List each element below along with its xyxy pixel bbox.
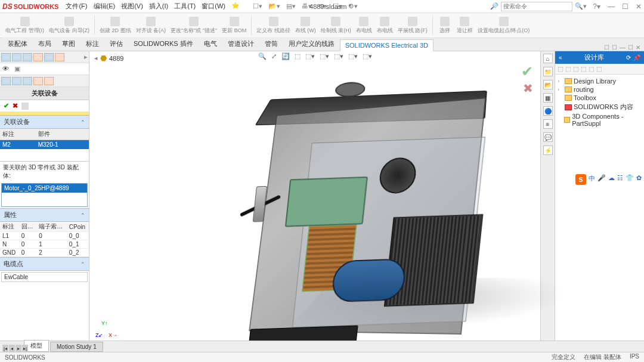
- fm-tab-b4[interactable]: [33, 77, 43, 85]
- collapse-attr-icon[interactable]: ⌃: [80, 212, 85, 218]
- view-triad[interactable]: Y↑ X→ Z↙: [95, 320, 113, 338]
- 3d-viewport[interactable]: ◂ ⬣ 4889 🔍 ⤢ 🔄 ⬚ ⬚▾ ⬚▾ ⬚▾ ⬚▾ ⬚▾ ✔ ✖: [89, 51, 540, 349]
- device-row[interactable]: M2M320-1: [0, 140, 89, 150]
- ribbon-flatten[interactable]: 平展线 路(F): [396, 17, 429, 35]
- ribbon-create-2d[interactable]: 创建 2D 图纸: [98, 17, 133, 35]
- tab-user-route[interactable]: 用户定义的线路: [283, 37, 340, 51]
- selected-parts-list[interactable]: Motor_-_0_25HP@4889: [1, 183, 88, 207]
- menu-insert[interactable]: 插入(I): [149, 2, 168, 11]
- ribbon-wire1[interactable]: 布电线: [354, 17, 374, 35]
- attr-row-1[interactable]: L1000_0: [0, 232, 89, 240]
- menu-edit[interactable]: 编辑(E): [94, 2, 116, 11]
- fm-expand-icon[interactable]: ▸: [84, 53, 88, 61]
- fm-filter-icon[interactable]: ▣: [14, 65, 23, 73]
- tp-file-explorer-icon[interactable]: 📂: [543, 80, 553, 89]
- tp-forum-icon[interactable]: 💬: [543, 132, 553, 142]
- ime-lang[interactable]: 中: [589, 174, 595, 185]
- view-orient-icon[interactable]: ⬚▾: [304, 52, 316, 60]
- fm-tab3[interactable]: [23, 53, 32, 61]
- display-style-icon[interactable]: ⬚▾: [318, 52, 330, 60]
- ime-skin[interactable]: 👕: [626, 174, 634, 185]
- scene-icon[interactable]: ⬚▾: [361, 52, 373, 60]
- attr-h1[interactable]: 标注: [0, 222, 19, 232]
- ime-cloud[interactable]: ☁: [608, 174, 615, 185]
- 3d-model[interactable]: [206, 82, 521, 348]
- design-lib-pin-icon[interactable]: 📌: [633, 54, 640, 61]
- doc-close-icon[interactable]: ✕: [636, 44, 640, 51]
- dl-tool-4[interactable]: ⬚: [581, 66, 586, 72]
- fm-tab-b1[interactable]: [1, 77, 11, 85]
- attr-h2[interactable]: 回…: [19, 222, 36, 232]
- tree-routing[interactable]: ›routing: [558, 85, 642, 94]
- fm-tab2[interactable]: [12, 53, 21, 61]
- fm-tab6[interactable]: [55, 53, 64, 61]
- fm-eye-icon[interactable]: 👁: [2, 65, 11, 73]
- tab-evaluate[interactable]: 评估: [104, 37, 128, 51]
- ribbon-update-bom[interactable]: 更新 BOM: [220, 17, 248, 35]
- tree-3d-components[interactable]: 3D Components - PartSuppl: [558, 112, 642, 128]
- status-units[interactable]: IPS: [630, 353, 639, 361]
- close-icon[interactable]: ✕: [636, 2, 642, 11]
- ribbon-wire2[interactable]: 布电线: [375, 17, 395, 35]
- section-attributes[interactable]: 属性 ⌃: [0, 208, 89, 222]
- maximize-icon[interactable]: ☐: [622, 2, 628, 11]
- ribbon-route[interactable]: 布线 (W): [293, 17, 318, 35]
- fm-tab1[interactable]: [1, 53, 11, 61]
- tab-assembly[interactable]: 装配体: [2, 37, 33, 51]
- confirm-corner-cancel-icon[interactable]: ✖: [523, 81, 533, 95]
- tab-layout[interactable]: 布局: [33, 37, 57, 51]
- menu-view[interactable]: 视图(V): [121, 2, 143, 11]
- tab-addins[interactable]: SOLIDWORKS 插件: [128, 37, 199, 51]
- dl-tool-5[interactable]: ⬚: [589, 66, 594, 72]
- search-dropdown-icon[interactable]: 🔍▾: [575, 2, 587, 10]
- dl-tool-6[interactable]: ⬚: [596, 66, 602, 72]
- section-cable[interactable]: 电缆点 ⌃: [0, 257, 89, 271]
- save-icon[interactable]: ▤▾: [285, 2, 297, 10]
- dl-tool-2[interactable]: ⬚: [565, 66, 571, 72]
- breadcrumb-back-icon[interactable]: ◂: [94, 54, 98, 62]
- ribbon-align[interactable]: 对齐设 备(A): [134, 17, 168, 35]
- ime-punct[interactable]: 🎤: [597, 174, 606, 185]
- confirm-corner-ok-icon[interactable]: ✔: [521, 63, 533, 80]
- ok-icon[interactable]: ✔: [4, 102, 9, 110]
- open-icon[interactable]: 📂▾: [267, 2, 281, 10]
- menu-file[interactable]: 文件(F): [66, 2, 87, 11]
- doc-tile-icon[interactable]: ☐: [612, 44, 617, 51]
- tab-tubing[interactable]: 管筒: [259, 37, 283, 51]
- appearance-icon[interactable]: ⬚▾: [347, 52, 359, 60]
- ribbon-select[interactable]: 选择: [436, 17, 454, 35]
- section-related-devices[interactable]: 关联设备 ⌃: [0, 115, 89, 129]
- bottom-nav-last[interactable]: ▸|: [22, 345, 28, 352]
- design-lib-collapse-icon[interactable]: «: [559, 54, 562, 61]
- tab-piping[interactable]: 管道设计: [222, 37, 259, 51]
- collapse-icon[interactable]: ⌃: [80, 119, 85, 125]
- tp-design-lib-icon[interactable]: 📁: [543, 67, 553, 76]
- doc-min-icon[interactable]: —: [620, 44, 626, 51]
- bottom-tab-motion[interactable]: Motion Study 1: [50, 342, 103, 352]
- tree-design-library[interactable]: ›Design Library: [558, 77, 642, 85]
- section-view-icon[interactable]: ⬚: [293, 52, 302, 60]
- help-icon[interactable]: ?▾: [593, 2, 600, 11]
- tab-sketch[interactable]: 草图: [57, 37, 80, 51]
- prev-view-icon[interactable]: 🔄: [280, 52, 291, 60]
- design-lib-refresh-icon[interactable]: ⟳: [626, 54, 631, 61]
- cancel-icon[interactable]: ✖: [13, 102, 18, 110]
- attr-row-3[interactable]: GND020_2: [0, 249, 89, 257]
- menu-window[interactable]: 窗口(W): [202, 2, 225, 11]
- zoom-area-icon[interactable]: ⤢: [270, 52, 278, 60]
- tab-annotate[interactable]: 标注: [80, 37, 104, 51]
- bottom-nav-prev[interactable]: ◂: [9, 345, 15, 352]
- fm-tab-b3[interactable]: [23, 77, 32, 85]
- ribbon-elec-wizard[interactable]: 电气设备 向导(Z): [47, 17, 91, 35]
- menu-help-icon[interactable]: ⭐: [231, 2, 240, 11]
- ribbon-define-route[interactable]: 定义布 线路径: [255, 17, 292, 35]
- new-icon[interactable]: ☐▾: [252, 2, 264, 10]
- attr-h3[interactable]: 端子索…: [36, 222, 67, 232]
- ime-menu[interactable]: ✿: [636, 174, 642, 185]
- ribbon-elec-proj[interactable]: 电气工程 管理(I): [4, 17, 46, 35]
- ime-keyboard[interactable]: ☷: [617, 174, 623, 185]
- attr-h4[interactable]: CPoin: [67, 222, 89, 232]
- th-part[interactable]: 部件: [36, 129, 89, 140]
- ime-toolbar[interactable]: S 中 🎤 ☁ ☷ 👕 ✿: [573, 173, 644, 186]
- sogou-icon[interactable]: S: [575, 174, 586, 185]
